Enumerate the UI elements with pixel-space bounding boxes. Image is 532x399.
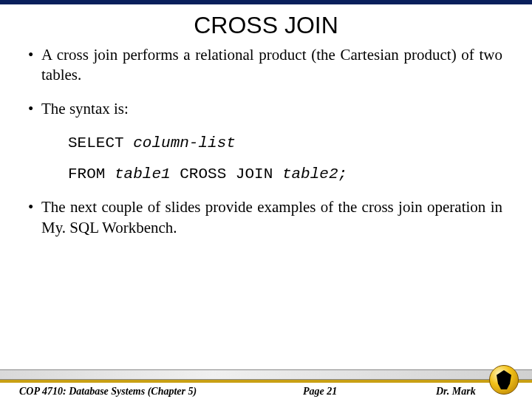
slide-body: • A cross join performs a relational pro… <box>0 45 532 399</box>
code-line: FROM table1 CROSS JOIN table2; <box>68 163 502 184</box>
bullet-text: The syntax is: <box>41 99 502 119</box>
code-placeholder: table1 <box>115 166 171 183</box>
slide-title: CROSS JOIN <box>0 12 532 39</box>
code-block: SELECT column-list FROM table1 CROSS JOI… <box>68 132 502 185</box>
footer-text-row: COP 4710: Database Systems (Chapter 5) P… <box>0 383 532 399</box>
bullet-text: A cross join performs a relational produ… <box>41 45 502 86</box>
ucf-logo <box>489 365 519 395</box>
slide: CROSS JOIN • A cross join performs a rel… <box>0 0 532 399</box>
bullet-text: The next couple of slides provide exampl… <box>41 197 502 238</box>
bullet-dot: • <box>28 45 41 86</box>
logo-pegasus-icon <box>497 370 511 389</box>
footer-author: Dr. Mark <box>436 386 476 398</box>
bullet-item: • A cross join performs a relational pro… <box>28 45 502 86</box>
footer-band <box>0 369 532 380</box>
top-border-bar <box>0 0 532 4</box>
bullet-item: • The next couple of slides provide exam… <box>28 197 502 238</box>
bullet-item: • The syntax is: <box>28 99 502 119</box>
code-keyword: SELECT <box>68 134 133 151</box>
logo-circle-icon <box>489 365 519 395</box>
code-keyword: CROSS JOIN <box>171 166 282 183</box>
code-placeholder: table2; <box>282 166 347 183</box>
code-keyword: FROM <box>68 166 115 183</box>
slide-footer: COP 4710: Database Systems (Chapter 5) P… <box>0 362 532 399</box>
bullet-dot: • <box>28 197 41 238</box>
footer-page: Page 21 <box>303 386 337 398</box>
code-line: SELECT column-list <box>68 132 502 153</box>
code-placeholder: column-list <box>133 134 236 151</box>
footer-course: COP 4710: Database Systems (Chapter 5) <box>19 386 197 398</box>
bullet-dot: • <box>28 99 41 119</box>
